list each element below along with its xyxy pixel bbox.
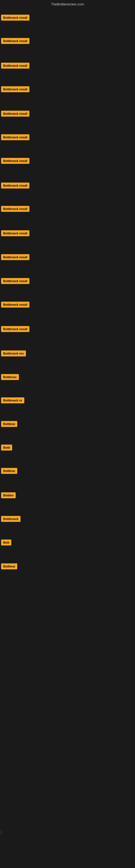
bottleneck-item: Bottleneck result: [1, 230, 30, 236]
bottleneck-item: Bott: [1, 539, 11, 546]
bottleneck-item: Bottlene: [1, 421, 17, 427]
bottleneck-item: Bottleneck re: [1, 397, 24, 403]
bottleneck-item: Bottleneck result: [1, 254, 30, 260]
bottleneck-item: Bottleneck: [1, 516, 20, 522]
bottleneck-item: Bottleneck result: [1, 14, 30, 21]
bottleneck-item: Bottleneck result: [1, 302, 30, 308]
bottleneck-item: Bottlene: [1, 563, 17, 569]
bottleneck-item: Bottleneck result: [1, 158, 30, 164]
bottleneck-item: Bottleneck result: [1, 326, 30, 332]
bottleneck-item: Bottleneck result: [1, 63, 30, 69]
bottleneck-item: Bottl: [1, 444, 12, 451]
bottleneck-item: Bottlene: [1, 468, 17, 474]
bottleneck-item: Bottleneck result: [1, 86, 30, 92]
bottleneck-item: Bottleneck result: [1, 134, 30, 140]
bottleneck-item: Bottleneck result: [1, 38, 30, 44]
bottleneck-item: Bottlenec: [1, 374, 19, 380]
bottleneck-item: Bottleneck result: [1, 278, 30, 284]
site-title: TheBottlenecker.com: [51, 2, 84, 6]
bottom-score-label: score: [1, 830, 2, 835]
bottleneck-item: Bottleneck result: [1, 206, 30, 212]
bottleneck-item: Bottleneck result: [1, 111, 30, 117]
site-header: TheBottlenecker.com: [0, 0, 135, 7]
bottleneck-item: Bottlen: [1, 492, 16, 498]
bottleneck-item: Bottleneck res: [1, 350, 26, 356]
bottleneck-item: Bottleneck result: [1, 183, 30, 188]
